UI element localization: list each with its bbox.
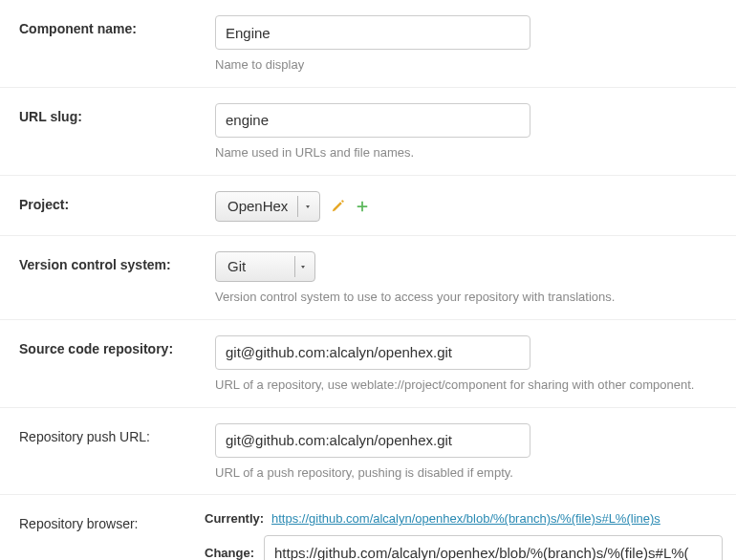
url-slug-input[interactable] — [215, 103, 530, 138]
help-vcs: Version control system to use to access … — [215, 290, 723, 306]
help-source-repo: URL of a repository, use weblate://proje… — [215, 377, 723, 394]
label-push-url: Repository push URL: — [0, 423, 215, 482]
row-url-slug: URL slug: Name used in URLs and file nam… — [0, 88, 736, 176]
component-name-input[interactable] — [215, 15, 530, 50]
label-vcs: Version control system: — [0, 251, 215, 306]
label-repo-browser: Repository browser: — [0, 510, 205, 560]
vcs-select[interactable]: Git — [215, 251, 315, 282]
field-push-url: URL of a push repository, pushing is dis… — [215, 423, 736, 482]
row-project: Project: OpenHex — [0, 176, 736, 236]
field-repo-browser: Currently: https://github.com/alcalyn/op… — [205, 510, 736, 560]
help-component-name: Name to display — [215, 57, 723, 74]
field-url-slug: Name used in URLs and file names. — [215, 103, 736, 162]
row-component-name: Component name: Name to display — [0, 0, 736, 88]
label-component-name: Component name: — [0, 15, 215, 74]
select-divider — [294, 256, 295, 277]
row-push-url: Repository push URL: URL of a push repos… — [0, 408, 736, 496]
label-source-repo: Source code repository: — [0, 335, 215, 394]
change-label: Change: — [205, 546, 254, 560]
field-vcs: Git Version control system to use to acc… — [215, 251, 736, 306]
repo-browser-current-link[interactable]: https://github.com/alcalyn/openhex/blob/… — [271, 511, 660, 526]
project-select[interactable]: OpenHex — [215, 191, 320, 222]
field-project: OpenHex — [215, 191, 736, 222]
row-vcs: Version control system: Git Version cont… — [0, 236, 736, 320]
repo-browser-input[interactable] — [264, 535, 723, 560]
select-divider — [297, 196, 298, 217]
help-url-slug: Name used in URLs and file names. — [215, 145, 723, 162]
plus-icon[interactable] — [355, 199, 370, 214]
label-url-slug: URL slug: — [0, 103, 215, 162]
label-project: Project: — [0, 191, 215, 222]
edit-icon[interactable] — [330, 199, 345, 214]
project-select-value: OpenHex — [227, 198, 288, 214]
source-repo-input[interactable] — [215, 335, 530, 370]
vcs-select-value: Git — [227, 258, 246, 274]
chevron-down-icon — [306, 205, 310, 208]
currently-label: Currently: — [205, 511, 264, 526]
field-component-name: Name to display — [215, 15, 736, 74]
push-url-input[interactable] — [215, 423, 530, 458]
repo-browser-currently: Currently: https://github.com/alcalyn/op… — [205, 510, 723, 526]
row-repo-browser: Repository browser: Currently: https://g… — [0, 495, 736, 560]
field-source-repo: URL of a repository, use weblate://proje… — [215, 335, 736, 394]
row-source-repo: Source code repository: URL of a reposit… — [0, 320, 736, 408]
repo-browser-change: Change: — [205, 535, 723, 560]
help-push-url: URL of a push repository, pushing is dis… — [215, 465, 723, 482]
chevron-down-icon — [301, 266, 305, 269]
